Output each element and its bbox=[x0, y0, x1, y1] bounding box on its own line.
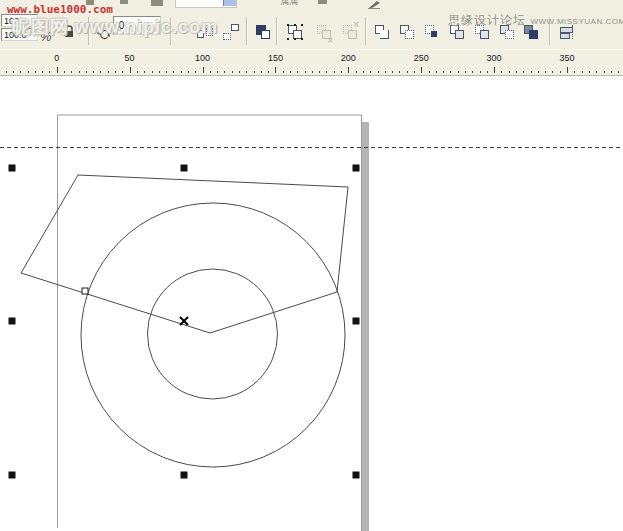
ruler-minor-tick bbox=[79, 71, 80, 73]
drawing-canvas[interactable] bbox=[0, 76, 623, 531]
ruler-minor-tick bbox=[552, 71, 553, 73]
page-shadow bbox=[362, 122, 369, 531]
ruler-minor-tick bbox=[465, 71, 466, 73]
ruler-minor-tick bbox=[472, 71, 473, 73]
ruler-minor-tick bbox=[611, 71, 612, 73]
ruler-minor-tick bbox=[341, 71, 342, 73]
ruler-minor-tick bbox=[181, 71, 182, 73]
selection-handle[interactable] bbox=[9, 318, 16, 325]
ruler-minor-tick bbox=[436, 71, 437, 73]
ruler-minor-tick bbox=[589, 71, 590, 73]
ruler-major-tick bbox=[494, 67, 495, 73]
group-button[interactable] bbox=[284, 21, 305, 42]
inner-circle[interactable] bbox=[148, 269, 278, 399]
selection-handle[interactable] bbox=[9, 472, 16, 479]
ruler-minor-tick bbox=[64, 71, 65, 73]
ruler-minor-tick bbox=[239, 71, 240, 73]
ruler-minor-tick bbox=[312, 71, 313, 73]
clipped-combobox[interactable] bbox=[175, 0, 237, 8]
watermark-missyuan-cn: 思缘设计论坛 bbox=[448, 13, 526, 27]
combobox-dropdown-button[interactable] bbox=[223, 0, 236, 6]
combine-button[interactable] bbox=[252, 21, 273, 42]
outer-circle[interactable] bbox=[81, 203, 345, 467]
ruler-minor-tick bbox=[86, 71, 87, 73]
ruler-minor-tick bbox=[429, 71, 430, 73]
ruler-major-tick bbox=[203, 67, 204, 73]
ruler-minor-tick bbox=[363, 71, 364, 73]
ruler-minor-tick bbox=[173, 71, 174, 73]
ruler-major-tick bbox=[275, 67, 276, 73]
ruler-tick-label: 150 bbox=[268, 53, 283, 63]
ruler-minor-tick bbox=[531, 71, 532, 73]
ruler-minor-tick bbox=[217, 71, 218, 73]
ruler-minor-tick bbox=[582, 71, 583, 73]
ruler-minor-tick bbox=[501, 71, 502, 73]
ruler-minor-tick bbox=[42, 71, 43, 73]
ruler-minor-tick bbox=[378, 71, 379, 73]
watermark-missyuan-en: WWW.MISSYUAN.COM bbox=[530, 17, 623, 26]
ruler-minor-tick bbox=[596, 71, 597, 73]
ruler-minor-tick bbox=[509, 71, 510, 73]
combine-icon bbox=[255, 24, 271, 40]
ruler-tick-label: 50 bbox=[125, 53, 135, 63]
ruler-minor-tick bbox=[108, 71, 109, 73]
polygon-shape[interactable] bbox=[21, 175, 348, 333]
watermark-nipic: 昵图网 www.nipic.com bbox=[12, 15, 218, 39]
ruler-minor-tick bbox=[188, 71, 189, 73]
ruler-minor-tick bbox=[210, 71, 211, 73]
pen-icon[interactable] bbox=[367, 0, 381, 9]
ruler-minor-tick bbox=[224, 71, 225, 73]
ruler-major-tick bbox=[348, 67, 349, 73]
ruler-minor-tick bbox=[6, 71, 7, 73]
weld-button[interactable] bbox=[371, 21, 392, 42]
ruler-tick-label: 250 bbox=[414, 53, 429, 63]
ruler-minor-tick bbox=[356, 71, 357, 73]
app-window: 属属 % bbox=[0, 0, 623, 531]
selection-handle[interactable] bbox=[9, 165, 16, 172]
horizontal-ruler[interactable]: 050100150200250300350 bbox=[0, 49, 623, 76]
ruler-minor-tick bbox=[487, 71, 488, 73]
trim-icon bbox=[399, 24, 415, 40]
clipped-icon bbox=[120, 0, 128, 4]
ruler-major-tick bbox=[130, 67, 131, 73]
selection-handle[interactable] bbox=[353, 318, 360, 325]
canvas-graphics bbox=[0, 76, 623, 531]
ruler-tick-label: 0 bbox=[54, 53, 59, 63]
ruler-minor-tick bbox=[254, 71, 255, 73]
selection-handle[interactable] bbox=[353, 472, 360, 479]
ruler-minor-tick bbox=[399, 71, 400, 73]
separator bbox=[276, 17, 278, 45]
ruler-minor-tick bbox=[35, 71, 36, 73]
selection-handle[interactable] bbox=[181, 165, 188, 172]
separator bbox=[246, 17, 248, 45]
weld-icon bbox=[374, 24, 390, 40]
selection-handle[interactable] bbox=[181, 472, 188, 479]
ruler-minor-tick bbox=[560, 71, 561, 73]
ruler-major-tick bbox=[57, 67, 58, 73]
selection-handle[interactable] bbox=[353, 165, 360, 172]
ruler-tick-label: 200 bbox=[341, 53, 356, 63]
ruler-minor-tick bbox=[152, 71, 153, 73]
ruler-minor-tick bbox=[261, 71, 262, 73]
clipped-label: 属属 bbox=[280, 0, 304, 5]
ruler-minor-tick bbox=[574, 71, 575, 73]
selection-center-marker[interactable] bbox=[180, 317, 188, 325]
ruler-minor-tick bbox=[450, 71, 451, 73]
mirror-vertical-button[interactable] bbox=[220, 21, 241, 42]
ruler-minor-tick bbox=[385, 71, 386, 73]
ruler-minor-tick bbox=[49, 71, 50, 73]
intersect-button[interactable] bbox=[421, 21, 442, 42]
ruler-minor-tick bbox=[319, 71, 320, 73]
ruler-minor-tick bbox=[232, 71, 233, 73]
ruler-minor-tick bbox=[144, 71, 145, 73]
curve-node-handle[interactable] bbox=[82, 288, 88, 294]
ungroup-button: × bbox=[313, 21, 334, 42]
intersect-icon bbox=[424, 24, 440, 40]
ruler-minor-tick bbox=[93, 71, 94, 73]
trim-button[interactable] bbox=[396, 21, 417, 42]
ruler-minor-tick bbox=[166, 71, 167, 73]
ruler-minor-tick bbox=[28, 71, 29, 73]
ruler-minor-tick bbox=[137, 71, 138, 73]
clipped-icon bbox=[151, 0, 163, 6]
ruler-minor-tick bbox=[283, 71, 284, 73]
